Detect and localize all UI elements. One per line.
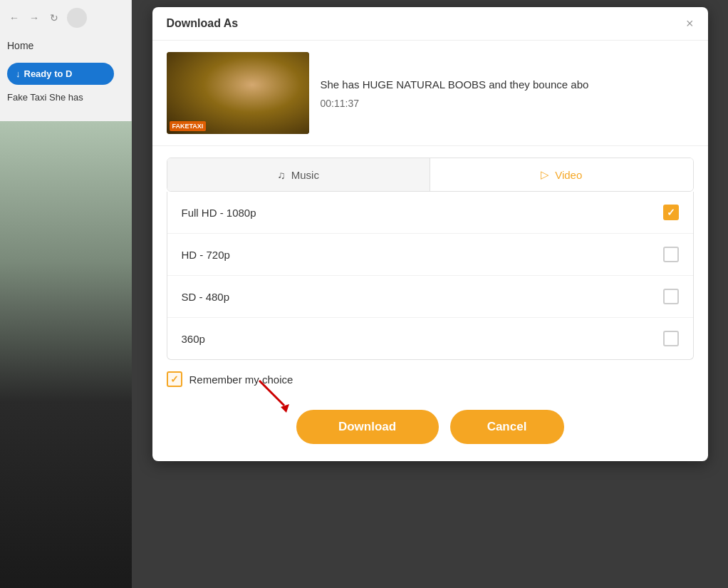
arrow-annotation [245,377,302,416]
video-info: She has HUGE NATURAL BOOBS and they boun… [321,77,694,109]
remember-choice-row[interactable]: Remember my choice [152,360,708,398]
video-duration: 00:11:37 [321,98,694,109]
reload-button[interactable]: ↻ [47,11,61,25]
address-bar [67,8,87,28]
quality-list: Full HD - 1080p HD - 720p SD - 480p 360p [167,192,694,360]
checkbox-360p[interactable] [663,331,679,346]
modal-header: Download As × [152,7,708,41]
close-button[interactable]: × [686,17,694,30]
tab-video[interactable]: ▷ Video [430,158,693,191]
quality-label-360p: 360p [182,333,205,345]
video-icon: ▷ [541,168,549,181]
quality-label-1080p: Full HD - 1080p [182,207,256,219]
tab-music[interactable]: ♫ Music [167,158,431,191]
download-button[interactable]: Download [296,410,439,444]
quality-item-1080p[interactable]: Full HD - 1080p [167,192,693,234]
checkbox-720p[interactable] [663,247,679,262]
action-buttons: Download Cancel [152,398,708,461]
quality-label-720p: HD - 720p [182,249,230,261]
video-tab-label: Video [555,169,582,181]
modal-overlay: Download As × FAKETAXI She has HUGE NATU… [132,0,728,588]
download-modal: Download As × FAKETAXI She has HUGE NATU… [152,7,708,461]
page-background-video [0,121,132,588]
ready-btn-label: Ready to D [24,68,73,79]
video-thumbnail: FAKETAXI [167,52,309,134]
video-title: She has HUGE NATURAL BOOBS and they boun… [321,77,694,92]
quality-item-360p[interactable]: 360p [167,318,693,359]
video-preview-row: FAKETAXI She has HUGE NATURAL BOOBS and … [152,41,708,146]
forward-button[interactable]: → [27,11,41,25]
ready-to-download-button[interactable]: ↓ Ready to D [7,63,114,85]
page-subtitle-label: Fake Taxi She has [7,92,124,103]
checkbox-480p[interactable] [663,289,679,304]
quality-item-720p[interactable]: HD - 720p [167,234,693,276]
music-icon: ♫ [278,169,286,181]
checkbox-1080p[interactable] [663,205,679,220]
quality-item-480p[interactable]: SD - 480p [167,276,693,318]
back-button[interactable]: ← [7,11,21,25]
svg-line-0 [259,381,284,406]
thumb-logo: FAKETAXI [170,121,207,131]
svg-marker-1 [281,404,289,413]
cancel-button[interactable]: Cancel [450,410,564,444]
format-tabs: ♫ Music ▷ Video [167,158,694,192]
modal-title: Download As [167,17,239,30]
music-tab-label: Music [291,169,319,181]
download-arrow-icon: ↓ [16,68,21,79]
browser-nav: ← → ↻ [0,0,131,36]
remember-checkbox[interactable] [167,371,182,387]
home-nav-item[interactable]: Home [0,36,131,56]
quality-label-480p: SD - 480p [182,291,230,303]
